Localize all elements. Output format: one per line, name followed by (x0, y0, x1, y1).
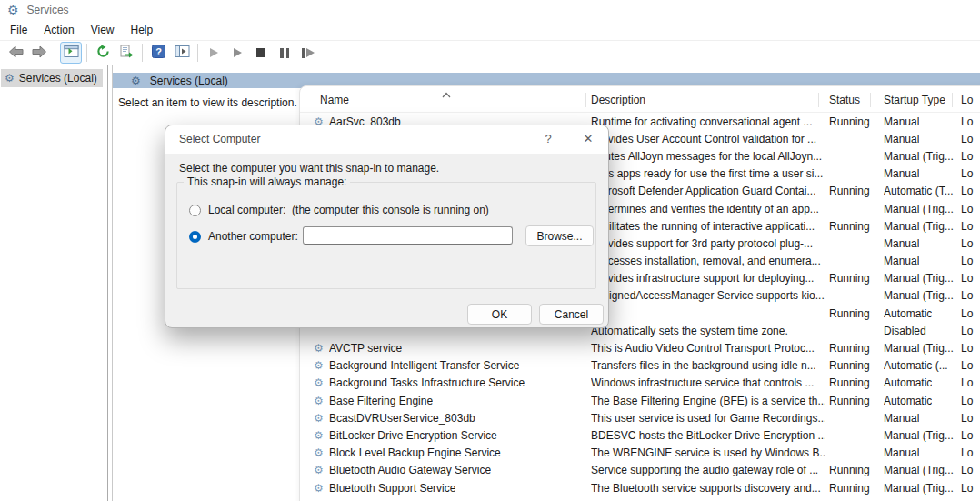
table-row[interactable]: ⚙Background Tasks Infrastructure Service… (300, 375, 980, 392)
start-service-button[interactable] (203, 42, 225, 64)
service-logon: Lo (961, 482, 973, 495)
local-computer-label: Local computer: (the computer this conso… (208, 204, 489, 216)
column-header-name[interactable]: Name (320, 94, 349, 106)
list-header: Name Description Status Startup Type Lo (300, 86, 980, 113)
another-computer-radio[interactable]: Another computer: (189, 230, 298, 243)
service-name: Base Filtering Engine (329, 395, 433, 407)
play-icon (234, 48, 242, 57)
table-row[interactable]: ⚙BitLocker Drive Encryption ServiceBDESV… (300, 426, 980, 444)
service-name: BitLocker Drive Encryption Service (329, 429, 497, 442)
stop-service-button[interactable] (250, 42, 272, 64)
service-startup-type: Manual (Trig... (884, 464, 954, 476)
column-divider[interactable] (870, 93, 871, 107)
service-logon: Lo (961, 376, 973, 389)
table-row[interactable]: ⚙Base Filtering EngineThe Base Filtering… (300, 392, 980, 409)
service-logon: Lo (961, 464, 973, 476)
service-status: Running (829, 185, 870, 197)
service-description: Provides support for 3rd party protocol … (591, 237, 813, 250)
menu-view[interactable]: View (83, 21, 123, 39)
pause-icon (280, 48, 289, 58)
menu-action[interactable]: Action (35, 21, 82, 39)
show-hide-console-tree-button[interactable] (171, 42, 193, 64)
service-logon: Lo (961, 203, 973, 215)
play-icon (210, 48, 218, 57)
service-startup-type: Manual (Trig... (884, 482, 954, 495)
service-logon: Lo (961, 289, 973, 302)
service-description: Processes installation, removal, and enu… (591, 255, 821, 267)
service-startup-type: Manual (Trig... (884, 342, 954, 355)
service-startup-type: Manual (884, 255, 919, 267)
service-logon: Lo (961, 185, 973, 197)
service-startup-type: Manual (Trig... (884, 429, 954, 442)
forward-button[interactable] (28, 42, 50, 64)
dialog-title: Select Computer (179, 133, 260, 145)
dialog-close-icon[interactable]: ✕ (580, 132, 596, 145)
table-row[interactable]: ⚙Bluetooth Support ServiceThe Bluetooth … (300, 479, 980, 496)
menu-file[interactable]: File (2, 21, 35, 39)
column-header-logon[interactable]: Lo (961, 94, 973, 106)
service-status: Running (829, 376, 870, 389)
column-header-description[interactable]: Description (591, 94, 645, 106)
services-app-icon: ⚙ (7, 4, 19, 16)
sidebar-item-services-local[interactable]: ⚙ Services (Local) (1, 69, 103, 87)
service-startup-type: Manual (Trig... (884, 220, 954, 233)
column-divider[interactable] (818, 93, 819, 107)
table-row[interactable]: ⚙Background Intelligent Transfer Service… (300, 357, 980, 375)
service-gear-icon: ⚙ (314, 465, 324, 476)
table-row[interactable]: ⚙BcastDVRUserService_803dbThis user serv… (300, 409, 980, 426)
service-gear-icon: ⚙ (314, 377, 324, 388)
table-row[interactable]: ⚙Bluetooth Audio Gateway ServiceService … (300, 462, 980, 479)
export-list-button[interactable] (115, 42, 137, 64)
service-gear-icon: ⚙ (314, 430, 324, 441)
forward-arrow-icon (32, 45, 47, 61)
service-description: BDESVC hosts the BitLocker Drive Encrypt… (591, 429, 825, 442)
export-list-icon (119, 45, 134, 61)
stop-icon (256, 48, 265, 57)
service-gear-icon: ⚙ (314, 343, 324, 354)
restart-service-button[interactable] (297, 42, 319, 64)
service-description: Routes AllJoyn messages for the local Al… (591, 150, 822, 163)
service-logon: Lo (961, 167, 973, 180)
service-name: Background Intelligent Transfer Service (329, 359, 519, 372)
table-row[interactable]: ⚙Block Level Backup Engine ServiceThe WB… (300, 445, 980, 462)
refresh-icon (96, 45, 110, 61)
toolbar-separator (55, 44, 55, 62)
dialog-help-icon[interactable]: ? (540, 132, 556, 145)
start-service-button-alt[interactable] (226, 42, 248, 64)
service-description: Gets apps ready for use the first time a… (591, 167, 823, 180)
service-logon: Lo (961, 395, 973, 407)
refresh-button[interactable] (92, 42, 114, 64)
local-computer-radio[interactable]: Local computer: (the computer this conso… (189, 204, 489, 216)
column-divider[interactable] (952, 93, 953, 107)
help-button[interactable]: ? (147, 42, 169, 64)
back-button[interactable] (5, 42, 26, 64)
service-startup-type: Manual (884, 115, 919, 128)
another-computer-label: Another computer: (208, 230, 298, 243)
service-gear-icon: ⚙ (314, 360, 324, 371)
ok-button[interactable]: OK (467, 304, 532, 325)
column-divider[interactable] (585, 93, 586, 107)
service-description: The Base Filtering Engine (BFE) is a ser… (591, 395, 825, 407)
column-header-status[interactable]: Status (829, 94, 860, 106)
service-startup-type: Manual (884, 167, 919, 180)
cancel-button[interactable]: Cancel (539, 304, 604, 325)
menu-help[interactable]: Help (123, 21, 162, 39)
service-startup-type: Automatic (884, 395, 932, 407)
service-description: Facilitates the running of interactive a… (591, 220, 815, 233)
service-startup-type: Manual (Trig... (884, 203, 954, 215)
service-status: Running (829, 220, 870, 233)
browse-button[interactable]: Browse... (525, 225, 594, 246)
service-logon: Lo (961, 272, 973, 285)
column-header-startup-type[interactable]: Startup Type (884, 94, 945, 106)
pause-service-button[interactable] (274, 42, 295, 64)
service-status: Running (829, 395, 870, 407)
computer-name-input[interactable] (303, 226, 513, 245)
service-status: Running (829, 482, 870, 495)
toolbar-separator (86, 44, 87, 62)
show-console-window-button[interactable] (60, 42, 82, 64)
service-gear-icon: ⚙ (314, 413, 324, 424)
service-logon: Lo (961, 325, 973, 337)
table-row[interactable]: ⚙Bluetooth User Service_803dbThe Bluetoo… (300, 496, 980, 501)
console-tree-icon (175, 45, 190, 61)
table-row[interactable]: ⚙AVCTP serviceThis is Audio Video Contro… (300, 339, 980, 356)
